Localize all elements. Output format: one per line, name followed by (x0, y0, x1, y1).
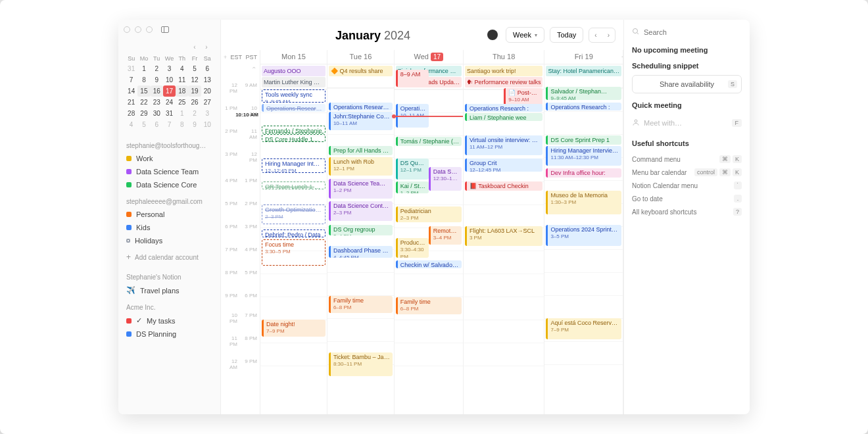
minical-day[interactable]: 10 (201, 119, 214, 130)
event-area[interactable]: Salvador / Stephan…9–9:45 AMOperations R… (544, 88, 623, 391)
minical-day[interactable]: 31 (125, 63, 137, 74)
minical-day[interactable]: 30 (151, 108, 163, 119)
allday-event[interactable]: Santiago work trip! (465, 66, 543, 76)
allday-event[interactable]: 🗣 Performance review talks (465, 77, 543, 87)
event[interactable]: 📄 Post-Launc…9–10 AM (504, 88, 542, 105)
minical-day[interactable]: 5 (188, 63, 201, 74)
event[interactable]: Operations 2024 Sprint Planning3–5 PM (546, 225, 621, 246)
shortcut-row[interactable]: Command menu⌘K (632, 153, 742, 166)
shortcut-row[interactable]: Go to date. (632, 192, 742, 205)
event[interactable]: Growth Optimization Weekly2–3 PM (262, 205, 326, 224)
minical-day[interactable]: 3 (163, 63, 176, 74)
close-dot[interactable] (124, 26, 130, 33)
minical-day[interactable]: 4 (125, 119, 137, 130)
event[interactable]: Liam / Stephanie wee (465, 113, 543, 121)
allday-event[interactable]: Augusto OOO (262, 66, 326, 76)
minical-day[interactable]: 14 (125, 85, 137, 97)
minical-day[interactable]: 26 (188, 97, 201, 108)
minical-day[interactable]: 22 (137, 97, 150, 108)
event[interactable]: Prep for All Hands t… (329, 146, 393, 155)
event[interactable]: Operations Research : (546, 103, 621, 110)
minical-day[interactable]: 28 (125, 108, 137, 119)
event-area[interactable]: Tools weekly sync9–9:45 AMOperations Res… (260, 89, 327, 392)
minical-day[interactable]: 20 (201, 85, 214, 97)
event[interactable]: Data Science Team Meets1–2 PM (329, 179, 393, 199)
minical-prev-icon[interactable]: ‹ (190, 42, 199, 51)
event[interactable]: Focus time3:30–5 PM (262, 239, 326, 266)
event[interactable]: Aquí está Coco Reservation7–9 PM (546, 318, 621, 339)
allday-event[interactable]: 🔶 Q4 results share (329, 66, 393, 76)
event[interactable]: Operations Research: (262, 104, 326, 112)
event-area[interactable]: Operations Research :John:Stephanie Coff… (327, 88, 394, 391)
event[interactable]: OR Team Lunch 1 PM (262, 181, 326, 189)
allday-event[interactable]: Stay: Hotel Panamerican… (546, 66, 621, 76)
minical-day[interactable]: 21 (125, 97, 137, 108)
event[interactable]: John:Stephanie Coffee Chat10–11 AM (329, 112, 393, 130)
minical-day[interactable]: 17 (163, 85, 176, 97)
minical-day[interactable]: 8 (137, 74, 150, 85)
event[interactable]: Group Crit12–12:45 PM (465, 158, 543, 172)
event[interactable]: Product Marketing …3:30–4:30 PM (396, 238, 429, 258)
minical-day[interactable]: 10 (163, 74, 176, 85)
event[interactable]: DS Core Sprint Prep 1 (546, 135, 621, 145)
minical-day[interactable]: 5 (137, 119, 150, 130)
minical-day[interactable]: 2 (188, 108, 201, 119)
max-dot[interactable] (146, 26, 153, 33)
calendar-item[interactable]: Personal (118, 208, 220, 221)
collapse-allday-icon[interactable]: ⌃ (251, 66, 256, 73)
calendar-item[interactable]: Data Science Team (118, 165, 220, 178)
minical-next-icon[interactable]: › (202, 42, 211, 51)
minical-day[interactable]: 15 (137, 85, 150, 97)
calendar-item[interactable]: Kids (118, 221, 220, 234)
event[interactable]: Operations Research : (329, 103, 393, 110)
minical-day[interactable]: 31 (163, 108, 176, 119)
minical-day[interactable]: 1 (176, 108, 188, 119)
calendar-item[interactable]: Holidays (118, 234, 220, 247)
minical-day[interactable]: 9 (151, 74, 163, 85)
event[interactable]: Fernando / Stephanie (262, 126, 326, 133)
prev-week-icon[interactable]: ‹ (589, 28, 602, 42)
minical-day[interactable]: 7 (125, 74, 137, 85)
minical-day[interactable]: 7 (163, 119, 176, 130)
minical-day[interactable]: 12 (188, 74, 201, 85)
minical-day[interactable]: 18 (176, 85, 188, 97)
minical-day[interactable]: 19 (188, 85, 201, 97)
minical-day[interactable]: 29 (137, 108, 150, 119)
minical-day[interactable]: 24 (163, 97, 176, 108)
minical-day[interactable]: 9 (188, 119, 201, 130)
shortcut-row[interactable]: Notion Calendar menu˙ (632, 179, 742, 192)
event[interactable]: Tools weekly sync9–9:45 AM (262, 89, 326, 103)
event[interactable]: DS Core Huddle 11 AM (262, 134, 326, 142)
event[interactable]: DS Quarterly Outreach12–1 PM (396, 158, 429, 180)
view-picker[interactable]: Week ▾ (506, 27, 544, 43)
event[interactable]: Kai / Stepha…1–2 PM (396, 181, 429, 193)
today-button[interactable]: Today (550, 27, 583, 43)
event[interactable]: Pediatrician2–3 PM (396, 206, 462, 222)
event[interactable]: Debrief: Pedro / Data (262, 229, 326, 237)
event[interactable]: Dashboard Phase II …4–4:45 PM (329, 246, 393, 258)
add-account-button[interactable]: + Add calendar account (118, 247, 220, 267)
shortcut-row[interactable]: Menu bar calendarcontrol⌘K (632, 166, 742, 179)
event-area[interactable]: 📄 Post-Launc…9–10 AMOperations Research … (464, 89, 544, 392)
event[interactable]: Data Scien…12:30–1… (429, 167, 462, 191)
minical-day[interactable]: 27 (201, 97, 214, 108)
minical-day[interactable]: 6 (201, 63, 214, 74)
event[interactable]: Data Science Contractor Intake: …2–3 PM (329, 201, 393, 221)
minical-day[interactable]: 3 (201, 108, 214, 119)
minical-day[interactable]: 13 (201, 74, 214, 85)
shortcut-row[interactable]: All keyboard shortcuts? (632, 205, 742, 218)
event[interactable]: Ticket: Bambu – Jan 168:30–11 PM (329, 352, 393, 376)
search-input[interactable] (644, 28, 742, 36)
minical-day[interactable]: 23 (151, 97, 163, 108)
event[interactable]: Flight: LA603 LAX→SCL3 PM (465, 226, 543, 246)
avatar[interactable] (487, 30, 498, 40)
minical-day[interactable]: 8 (176, 119, 188, 130)
list-item[interactable]: ✓My tasks (118, 314, 220, 327)
min-dot[interactable] (135, 26, 141, 33)
event-area[interactable]: Operations All Hands10–11 AM8–9 AMTomás … (395, 89, 463, 392)
event[interactable]: Date night!7–9 PM (262, 320, 326, 337)
sidebar-toggle-icon[interactable] (161, 26, 169, 33)
event[interactable]: Salvador / Stephan…9–9:45 AM (546, 87, 621, 100)
event[interactable]: Tomás / Stephanie (6W (396, 137, 462, 146)
event[interactable]: Hiring Manager Int…12–12:45 PM (262, 158, 326, 173)
